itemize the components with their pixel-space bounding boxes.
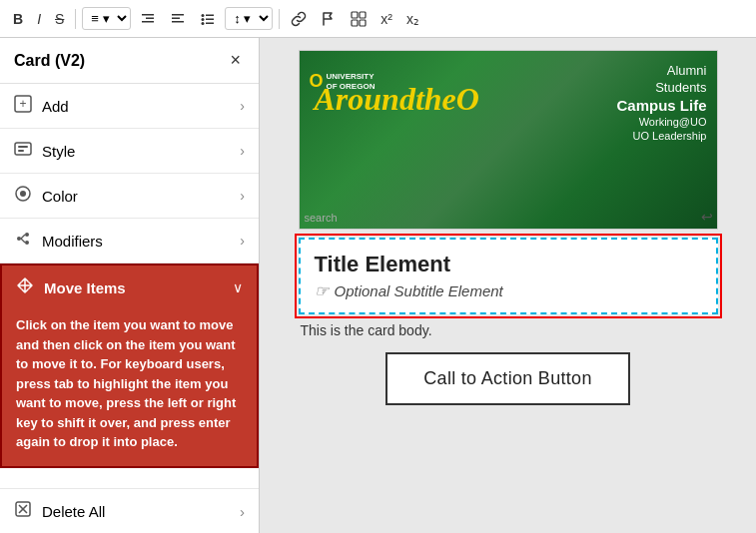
svg-point-23: [17, 237, 21, 241]
sidebar-header: Card (V2) ×: [0, 38, 259, 84]
card-image: O UNIVERSITYOF OREGON AroundtheO Alumni …: [299, 50, 718, 230]
cta-button[interactable]: Call to Action Button: [385, 352, 629, 405]
svg-line-26: [21, 235, 25, 239]
svg-text:+: +: [19, 97, 26, 111]
flag-button[interactable]: [316, 8, 342, 30]
style-icon: [14, 140, 32, 162]
svg-rect-4: [172, 17, 180, 19]
delete-all-label: Delete All: [42, 503, 105, 520]
add-chevron-icon: ›: [240, 98, 245, 114]
svg-rect-1: [146, 17, 154, 19]
style-chevron-icon: ›: [240, 143, 245, 159]
toolbar-divider-1: [75, 9, 76, 29]
svg-rect-2: [142, 21, 154, 23]
subtitle-text: Optional Subtitle Element: [335, 282, 503, 299]
link-button[interactable]: [286, 8, 312, 30]
svg-rect-5: [172, 21, 184, 23]
italic-button[interactable]: I: [32, 8, 46, 30]
svg-point-25: [25, 241, 29, 245]
close-button[interactable]: ×: [226, 48, 245, 73]
svg-rect-11: [206, 22, 214, 24]
special-char-icon: [351, 11, 367, 27]
delete-all-icon: [14, 500, 32, 522]
svg-point-24: [25, 233, 29, 237]
superscript-button[interactable]: x²: [376, 8, 397, 30]
subscript-button[interactable]: x₂: [401, 8, 424, 30]
card-body-text: This is the card body.: [299, 322, 718, 338]
modifiers-icon: [14, 230, 32, 252]
svg-rect-0: [142, 14, 154, 16]
svg-point-6: [202, 14, 205, 17]
svg-rect-13: [360, 12, 366, 18]
main-layout: Card (V2) × + Add › Style › Color ›: [0, 38, 756, 533]
delete-all-chevron-icon: ›: [240, 503, 245, 520]
svg-rect-14: [352, 20, 358, 26]
svg-point-8: [202, 18, 205, 21]
svg-rect-7: [206, 14, 214, 16]
toolbar-divider-2: [279, 9, 280, 29]
title-element-subtitle: ☞ Optional Subtitle Element: [315, 281, 702, 300]
strikethrough-button[interactable]: S: [50, 8, 69, 30]
unindent-icon: [170, 11, 186, 27]
special-char-button[interactable]: [346, 8, 372, 30]
flag-icon: [321, 11, 337, 27]
color-chevron-icon: ›: [240, 188, 245, 204]
line-height-select[interactable]: ↕ ▾: [225, 7, 273, 30]
sidebar: Card (V2) × + Add › Style › Color ›: [0, 38, 260, 533]
move-items-section[interactable]: Move Items ∨ Click on the item you want …: [0, 264, 259, 468]
sidebar-item-add[interactable]: + Add ›: [0, 84, 259, 129]
sidebar-item-delete-all[interactable]: Delete All ›: [0, 488, 259, 533]
align-select[interactable]: ≡ ▾: [82, 7, 131, 30]
color-icon: [14, 185, 32, 207]
move-items-icon: [16, 276, 34, 298]
sidebar-modifiers-label: Modifiers: [42, 233, 240, 250]
move-items-chevron-icon: ∨: [233, 279, 243, 295]
move-arrow-right-icon: ↩: [701, 209, 713, 225]
svg-rect-9: [206, 18, 214, 20]
sidebar-item-modifiers[interactable]: Modifiers ›: [0, 219, 259, 264]
svg-point-10: [202, 22, 205, 25]
svg-rect-18: [15, 143, 31, 155]
bold-button[interactable]: B: [8, 8, 28, 30]
move-items-header[interactable]: Move Items ∨: [2, 266, 257, 309]
title-element[interactable]: Title Element ☞ Optional Subtitle Elemen…: [299, 238, 718, 314]
svg-line-27: [21, 239, 25, 243]
unindent-button[interactable]: [165, 8, 191, 30]
sidebar-title: Card (V2): [14, 52, 85, 70]
hand-icon: ☞: [315, 281, 329, 300]
modifiers-chevron-icon: ›: [240, 233, 245, 249]
list-button[interactable]: [195, 8, 221, 30]
indent-button[interactable]: [135, 8, 161, 30]
sidebar-item-style[interactable]: Style ›: [0, 129, 259, 174]
card-nav: Alumni Students Campus Life Working@UO U…: [616, 63, 706, 142]
list-icon: [200, 11, 216, 27]
sidebar-style-label: Style: [42, 143, 240, 160]
svg-rect-20: [18, 150, 24, 152]
svg-point-22: [20, 191, 26, 197]
svg-rect-15: [360, 20, 366, 26]
indent-icon: [140, 11, 156, 27]
svg-rect-12: [352, 12, 358, 18]
link-icon: [291, 11, 307, 27]
sidebar-item-color[interactable]: Color ›: [0, 174, 259, 219]
svg-rect-3: [172, 14, 184, 16]
title-element-title: Title Element: [315, 252, 702, 277]
sidebar-color-label: Color: [42, 188, 240, 205]
sidebar-add-label: Add: [42, 98, 240, 115]
toolbar: B I S ≡ ▾ ↕ ▾: [0, 0, 756, 38]
card-image-container: ↩ O UNIVERSITYOF OREGON AroundtheO Alumn…: [299, 50, 718, 230]
svg-rect-19: [18, 146, 28, 148]
move-items-label: Move Items: [44, 279, 233, 296]
content-area: ↩ O UNIVERSITYOF OREGON AroundtheO Alumn…: [260, 38, 756, 533]
add-icon: +: [14, 95, 32, 117]
move-items-description: Click on the item you want to move and t…: [2, 309, 257, 466]
cta-button-wrapper: Call to Action Button: [299, 352, 718, 405]
card-brand-text: AroundtheO: [315, 81, 479, 118]
